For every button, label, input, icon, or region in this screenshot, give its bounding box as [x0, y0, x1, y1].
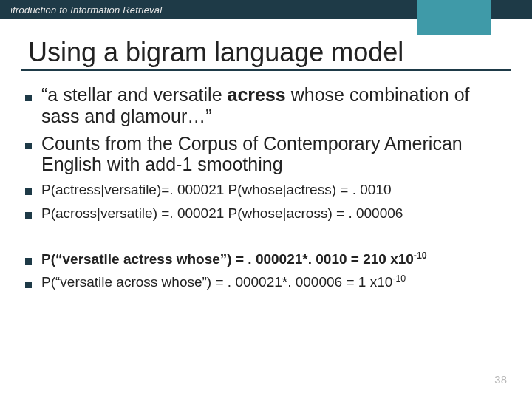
quote-acress: acress — [228, 84, 286, 105]
bullet-result-actress: P(“versatile actress whose”) = . 000021*… — [21, 250, 511, 268]
r2-exp: -10 — [392, 273, 406, 284]
r2-text: P(“versatile across whose”) = . 000021*.… — [41, 274, 392, 290]
r1-text: P(“versatile actress whose”) = . 000021*… — [41, 251, 414, 267]
slide: Introduction to Information Retrieval Us… — [0, 0, 532, 399]
quote-pre: “a stellar and — [41, 84, 153, 105]
accent-block — [417, 0, 491, 35]
quote-mid1 — [222, 84, 228, 105]
spacer — [21, 228, 511, 245]
r1-exp: -10 — [414, 250, 427, 260]
bullet-corpus: Counts from the Corpus of Contemporary A… — [21, 133, 511, 176]
bullet-prob-actress: P(actress|versatile)=. 000021 P(whose|ac… — [21, 181, 511, 199]
quote-mid2: whose — [286, 84, 349, 105]
slide-title: Using a bigram language model — [28, 37, 532, 68]
bullet-list: “a stellar and versatile acress whose co… — [21, 84, 511, 291]
bullet-result-across: P(“versatile across whose”) = . 000021*.… — [21, 273, 511, 291]
page-number: 38 — [494, 373, 507, 386]
title-rule — [21, 69, 511, 71]
bullet-prob-across: P(across|versatile) =. 000021 P(whose|ac… — [21, 205, 511, 222]
course-title: Introduction to Information Retrieval — [0, 4, 162, 16]
content: “a stellar and versatile acress whose co… — [21, 84, 511, 291]
bullet-quote: “a stellar and versatile acress whose co… — [21, 84, 511, 127]
quote-versatile: versatile — [153, 84, 222, 105]
